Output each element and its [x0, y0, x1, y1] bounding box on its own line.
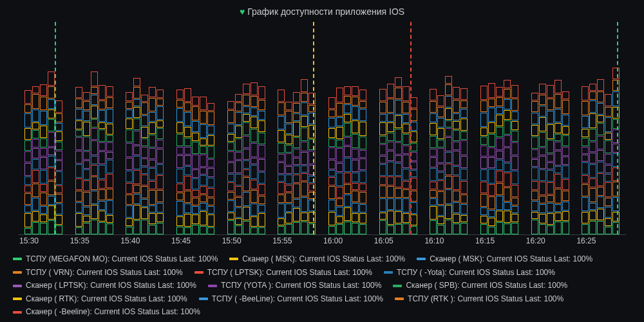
bar-segment	[207, 135, 214, 146]
legend-item[interactable]: Сканер ( RTK): Current IOS Status Last: …	[13, 293, 187, 305]
bar-segment	[539, 224, 546, 234]
bar-segment	[55, 171, 62, 185]
legend-item[interactable]: ТСПУ ( -Yota): Current IOS Status Last: …	[384, 267, 555, 279]
bar-segment	[106, 142, 113, 151]
bar-segment	[328, 97, 336, 109]
bar-segment	[83, 151, 90, 160]
bar-segment	[48, 167, 55, 181]
legend-item[interactable]: Сканер ( LPTSK): Current IOS Status Last…	[13, 279, 196, 292]
bar-segment	[597, 91, 604, 103]
bar-segment	[488, 227, 495, 234]
bar-segment	[278, 90, 285, 102]
bar-segment	[328, 128, 336, 138]
legend-item[interactable]: Сканер ( -Beeline): Current IOS Status L…	[13, 306, 200, 318]
bar-segment	[480, 113, 488, 127]
bar-segment	[504, 147, 511, 162]
bar-segment	[480, 182, 488, 193]
legend-item[interactable]: Сканер ( MSK): Current IOS Status Last: …	[229, 253, 405, 265]
legend-item[interactable]: ТСПУ ( VRN): Current IOS Status Last: 10…	[13, 267, 183, 279]
bar-segment	[554, 151, 562, 166]
legend-label: ТСПУ (MEGAFON MO): Current IOS Status La…	[26, 253, 218, 265]
bar-segment	[106, 189, 113, 200]
bar-segment	[293, 184, 300, 198]
bar-segment	[480, 157, 488, 169]
bar-segment	[55, 123, 62, 131]
bar-segment	[141, 186, 148, 198]
plot-region	[18, 22, 626, 235]
bar-segment	[328, 212, 336, 225]
chart-area[interactable]: 15:3015:3515:4015:4515:5015:5516:0016:05…	[5, 22, 639, 249]
bar-stack	[192, 22, 199, 234]
bar-segment	[410, 202, 417, 214]
bar-segment	[75, 178, 82, 190]
bar-stack	[582, 22, 589, 234]
bar-segment	[156, 90, 164, 98]
bar-segment	[352, 223, 359, 234]
bar-segment	[243, 221, 250, 234]
bar-stack	[352, 22, 359, 234]
bar-segment	[176, 169, 184, 183]
bar-segment	[184, 127, 191, 138]
bar-segment	[293, 137, 300, 148]
bar-segment	[562, 135, 569, 146]
bar-segment	[597, 150, 604, 161]
bar-segment	[293, 166, 300, 174]
bar-segment	[40, 138, 47, 147]
bar-segment	[589, 153, 596, 164]
bar-segment	[285, 213, 292, 224]
bar-segment	[402, 102, 410, 114]
bar-segment	[184, 88, 191, 102]
legend-item[interactable]: ТСПУ ( -BeeLine): Current IOS Status Las…	[199, 293, 383, 305]
bar-segment	[184, 214, 191, 227]
bar-segment	[83, 169, 90, 180]
bar-segment	[379, 144, 386, 155]
bar-segment	[133, 170, 140, 184]
legend-label: ТСПУ ( -Yota): Current IOS Status Last: …	[397, 267, 555, 279]
bar-segment	[251, 227, 258, 234]
bar-segment	[40, 97, 47, 111]
tick-group	[474, 22, 525, 234]
bar-segment	[55, 215, 62, 225]
bar-segment	[24, 104, 32, 113]
legend-item[interactable]: Сканер ( MSK): Current IOS Status Last: …	[417, 253, 592, 265]
bar-segment	[531, 93, 538, 100]
bar-segment	[278, 182, 285, 194]
legend-item[interactable]: ТСПУ (MEGAFON MO): Current IOS Status La…	[13, 253, 218, 265]
bar-segment	[612, 119, 620, 129]
bar-segment	[235, 186, 242, 196]
bar-segment	[301, 116, 308, 127]
bar-segment	[40, 148, 47, 156]
bar-segment	[328, 138, 336, 147]
bar-segment	[308, 139, 316, 150]
legend-item[interactable]: ТСПУ (YOTA ): Current IOS Status Last: 1…	[208, 279, 381, 292]
bar-segment	[539, 196, 546, 203]
tick-group	[525, 22, 576, 234]
bar-segment	[504, 223, 511, 234]
bar-segment	[460, 204, 468, 214]
bar-segment	[176, 184, 184, 193]
bar-segment	[126, 218, 133, 226]
bar-segment	[48, 196, 55, 205]
bar-segment	[387, 198, 394, 210]
bar-segment	[278, 162, 285, 174]
bar-segment	[24, 128, 32, 140]
bar-segment	[99, 165, 106, 179]
legend-item[interactable]: ТСПУ ( LPTSK): Current IOS Status Last: …	[194, 267, 372, 279]
bar-segment	[75, 120, 82, 129]
legend-item[interactable]: Сканер ( SPB): Current IOS Status Last: …	[393, 279, 567, 292]
bar-segment	[251, 129, 258, 142]
bar-segment	[293, 103, 300, 113]
bar-segment	[133, 220, 140, 235]
bar-segment	[402, 213, 410, 223]
legend-swatch	[384, 271, 393, 274]
bar-segment	[126, 102, 133, 109]
legend-item[interactable]: ТСПУ (RTK ): Current IOS Status Last: 10…	[395, 293, 564, 305]
bar-segment	[453, 121, 460, 129]
bar-segment	[83, 192, 90, 207]
bar-segment	[379, 220, 386, 234]
bar-segment	[488, 134, 495, 147]
bar-segment	[511, 214, 518, 222]
bar-stack	[176, 22, 184, 234]
bar-segment	[91, 176, 98, 189]
bar-segment	[554, 189, 562, 204]
